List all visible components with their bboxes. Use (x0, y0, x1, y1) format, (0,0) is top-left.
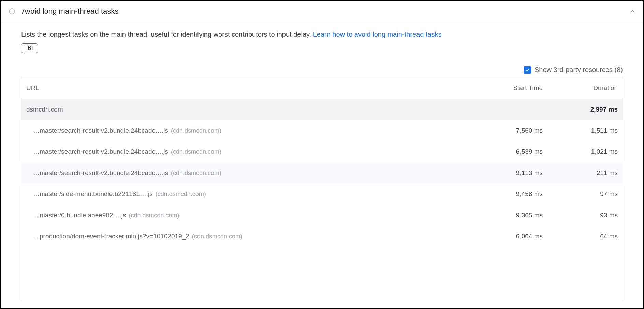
task-start-time: 6,064 ms (472, 226, 547, 247)
col-header-duration[interactable]: Duration (547, 77, 623, 99)
table-row[interactable]: …master/search-result-v2.bundle.24bcadc…… (21, 120, 623, 141)
audit-panel: Avoid long main-thread tasks Lists the l… (0, 0, 644, 309)
audit-description-text: Lists the longest tasks on the main thre… (21, 31, 313, 38)
task-duration: 1,511 ms (547, 120, 623, 141)
task-url-path[interactable]: …master/0.bundle.abee902….js (33, 211, 126, 219)
audit-title: Avoid long main-thread tasks (22, 7, 623, 16)
task-url-origin: (cdn.dsmcdn.com) (192, 233, 243, 240)
audit-body: Lists the longest tasks on the main thre… (1, 22, 643, 308)
task-duration: 64 ms (547, 226, 623, 247)
status-circle-icon (9, 8, 15, 14)
task-url-cell: …master/search-result-v2.bundle.24bcadc…… (21, 141, 472, 162)
task-url-origin: (cdn.dsmcdn.com) (171, 127, 221, 134)
task-start-time: 9,365 ms (472, 205, 547, 226)
col-header-url[interactable]: URL (21, 77, 472, 99)
task-duration: 1,021 ms (547, 141, 623, 162)
group-duration: 2,997 ms (547, 99, 623, 120)
chevron-up-icon[interactable] (630, 9, 635, 14)
task-start-time: 9,113 ms (472, 162, 547, 183)
third-party-toggle-row: Show 3rd-party resources (8) (21, 66, 623, 74)
table-row[interactable]: …master/search-result-v2.bundle.24bcadc…… (21, 141, 623, 162)
group-start (472, 99, 547, 120)
third-party-checkbox[interactable] (524, 66, 531, 74)
task-url-origin: (cdn.dsmcdn.com) (129, 212, 179, 219)
task-url-path[interactable]: …production/dom-event-tracker.min.js?v=1… (33, 233, 189, 240)
task-start-time: 6,539 ms (472, 141, 547, 162)
task-url-origin: (cdn.dsmcdn.com) (156, 191, 206, 197)
task-start-time: 7,560 ms (472, 120, 547, 141)
badge-row: TBT (21, 43, 623, 53)
task-duration: 211 ms (547, 162, 623, 183)
task-url-cell: …production/dom-event-tracker.min.js?v=1… (21, 226, 472, 247)
col-header-start[interactable]: Start Time (472, 77, 547, 99)
audit-description: Lists the longest tasks on the main thre… (21, 29, 623, 40)
table-header-row: URL Start Time Duration (21, 77, 623, 99)
task-duration: 93 ms (547, 205, 623, 226)
task-duration: 97 ms (547, 183, 623, 205)
third-party-toggle-label[interactable]: Show 3rd-party resources (8) (535, 66, 623, 74)
task-url-origin: (cdn.dsmcdn.com) (171, 148, 221, 155)
table-row[interactable]: …master/0.bundle.abee902….js(cdn.dsmcdn.… (21, 205, 623, 226)
task-url-cell: …master/search-result-v2.bundle.24bcadc…… (21, 120, 472, 141)
table-group-row[interactable]: dsmcdn.com 2,997 ms (21, 99, 623, 120)
table-row[interactable]: …master/search-result-v2.bundle.24bcadc…… (21, 162, 623, 183)
task-url-path[interactable]: …master/search-result-v2.bundle.24bcadc…… (33, 148, 168, 155)
group-name: dsmcdn.com (21, 99, 472, 120)
task-url-cell: …master/0.bundle.abee902….js(cdn.dsmcdn.… (21, 205, 472, 226)
task-url-cell: …master/search-result-v2.bundle.24bcadc…… (21, 162, 472, 183)
learn-more-link[interactable]: Learn how to avoid long main-thread task… (313, 31, 442, 38)
task-url-path[interactable]: …master/search-result-v2.bundle.24bcadc…… (33, 127, 168, 134)
audit-header[interactable]: Avoid long main-thread tasks (1, 1, 643, 22)
task-url-origin: (cdn.dsmcdn.com) (171, 170, 221, 176)
task-url-path[interactable]: …master/side-menu.bundle.b221181….js (33, 190, 153, 197)
table-row[interactable]: …production/dom-event-tracker.min.js?v=1… (21, 226, 623, 247)
tasks-table-wrap: URL Start Time Duration dsmcdn.com 2,997… (21, 77, 623, 301)
tbt-badge: TBT (21, 43, 38, 53)
task-url-cell: …master/side-menu.bundle.b221181….js(cdn… (21, 183, 472, 205)
tasks-table: URL Start Time Duration dsmcdn.com 2,997… (21, 77, 623, 247)
task-start-time: 9,458 ms (472, 183, 547, 205)
table-row[interactable]: …master/side-menu.bundle.b221181….js(cdn… (21, 183, 623, 205)
task-url-path[interactable]: …master/search-result-v2.bundle.24bcadc…… (33, 169, 168, 176)
